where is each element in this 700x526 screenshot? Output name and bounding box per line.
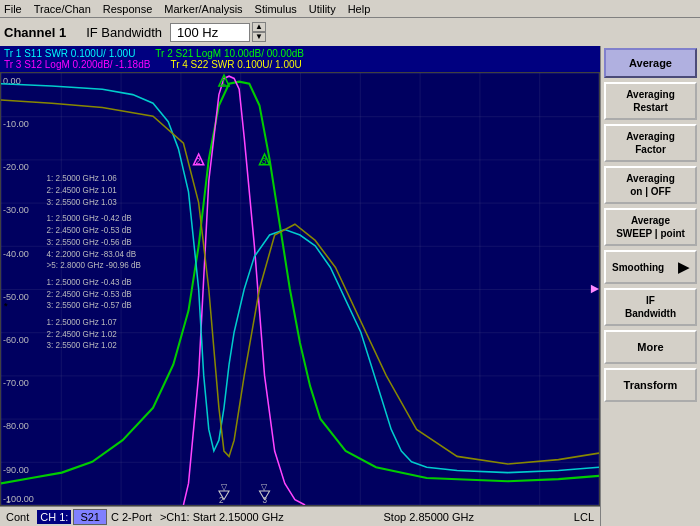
svg-text:>5:  2.8000 GHz  -90.96 dB: >5: 2.8000 GHz -90.96 dB — [47, 260, 142, 270]
channel-title: Channel 1 — [4, 25, 66, 40]
svg-text:-20.00: -20.00 — [3, 161, 29, 172]
averaging-factor-button[interactable]: AveragingFactor — [604, 124, 697, 162]
svg-text:-50.00: -50.00 — [3, 291, 29, 302]
main-layout: Channel 1 IF Bandwidth ▲ ▼ Tr 1 S11 SWR … — [0, 18, 700, 526]
status-stop: Stop 2.85000 GHz — [384, 511, 475, 523]
if-bw-arrows: ▲ ▼ — [252, 22, 266, 42]
status-bar: Cont CH 1: S21 C 2-Port >Ch1: Start 2.15… — [0, 506, 600, 526]
menu-stimulus[interactable]: Stimulus — [255, 3, 297, 15]
svg-text:2:   2.4500 GHz       1.02: 2: 2.4500 GHz 1.02 — [47, 328, 117, 338]
status-start: >Ch1: Start 2.15000 GHz — [160, 511, 284, 523]
status-lcl: LCL — [574, 511, 594, 523]
if-bw-down[interactable]: ▼ — [252, 32, 266, 42]
svg-text:2: 2 — [196, 154, 201, 165]
svg-text:-90.00: -90.00 — [3, 463, 29, 474]
trace4-text: Tr 4 S22 SWR 0.100U/ 1.00U — [170, 59, 301, 70]
menu-marker-analysis[interactable]: Marker/Analysis — [164, 3, 242, 15]
svg-text:2:   2.4500 GHz    -0.53 dB: 2: 2.4500 GHz -0.53 dB — [47, 288, 132, 298]
averaging-restart-button[interactable]: AveragingRestart — [604, 82, 697, 120]
averaging-on-off-button[interactable]: Averagingon | OFF — [604, 166, 697, 204]
svg-text:3:   2.5500 GHz    -0.56 dB: 3: 2.5500 GHz -0.56 dB — [47, 236, 132, 246]
svg-text:3:   2.5500 GHz    -0.57 dB: 3: 2.5500 GHz -0.57 dB — [47, 300, 132, 310]
trace3-text: Tr 3 S12 LogM 0.200dB/ -1.18dB — [4, 59, 150, 70]
average-button[interactable]: Average — [604, 48, 697, 78]
trace-line3: Tr 2 S21 LogM 10.00dB/ 00.00dB — [155, 48, 304, 59]
svg-text:3:   2.5500 GHz         1.03: 3: 2.5500 GHz 1.03 — [47, 197, 117, 207]
svg-text:1:   2.5000 GHz    -0.42 dB: 1: 2.5000 GHz -0.42 dB — [47, 213, 132, 223]
status-c-label: C 2-Port — [111, 511, 152, 523]
svg-text:3: 3 — [262, 495, 267, 505]
trace2-text: Tr 2 S21 LogM 10.00dB/ 00.00dB — [155, 48, 304, 59]
trace-line4: Tr 4 S22 SWR 0.100U/ 1.00U — [170, 59, 301, 70]
svg-text:▽: ▽ — [261, 482, 268, 492]
smoothing-button[interactable]: Smoothing ▶ — [604, 250, 697, 284]
more-button[interactable]: More — [604, 330, 697, 364]
if-bandwidth-label: IF Bandwidth — [86, 25, 162, 40]
svg-text:-60.00: -60.00 — [3, 334, 29, 345]
svg-text:1: 1 — [221, 76, 226, 87]
if-bw-star: * — [4, 301, 8, 313]
svg-text:4:   2.2000 GHz  -83.04 dB: 4: 2.2000 GHz -83.04 dB — [47, 248, 137, 258]
svg-text:1:   2.5000 GHz    -0.43 dB: 1: 2.5000 GHz -0.43 dB — [47, 276, 132, 286]
svg-text:-70.00: -70.00 — [3, 377, 29, 388]
svg-text:1: 1 — [6, 495, 11, 505]
menu-help[interactable]: Help — [348, 3, 371, 15]
trace-line1: Tr 1 S11 SWR 0.100U/ 1.00U — [4, 48, 135, 59]
chart-svg: 0.00 -10.00 -20.00 -30.00 -40.00 -50.00 … — [1, 73, 599, 505]
right-panel: Average AveragingRestart AveragingFactor… — [600, 46, 700, 526]
svg-text:-80.00: -80.00 — [3, 420, 29, 431]
svg-text:2:   2.4500 GHz         1.01: 2: 2.4500 GHz 1.01 — [47, 185, 117, 195]
svg-text:1:   2.5000 GHz         1.06: 1: 2.5000 GHz 1.06 — [47, 173, 117, 183]
svg-text:▽: ▽ — [221, 482, 228, 492]
status-cont: Cont — [6, 511, 29, 523]
svg-text:2:   2.4500 GHz    -0.53 dB: 2: 2.4500 GHz -0.53 dB — [47, 225, 132, 235]
status-ch-badge: CH 1: — [37, 510, 71, 524]
svg-text:1:   2.5000 GHz       1.07: 1: 2.5000 GHz 1.07 — [47, 316, 117, 326]
svg-text:3: 3 — [261, 154, 266, 165]
content-area: Tr 1 S11 SWR 0.100U/ 1.00U Tr 2 S21 LogM… — [0, 46, 700, 526]
trace-info: Tr 1 S11 SWR 0.100U/ 1.00U Tr 2 S21 LogM… — [0, 46, 600, 72]
if-bandwidth-button[interactable]: * IFBandwidth — [604, 288, 697, 326]
status-s21-badge: S21 — [73, 509, 107, 525]
menu-file[interactable]: File — [4, 3, 22, 15]
transform-button[interactable]: Transform — [604, 368, 697, 402]
svg-text:-30.00: -30.00 — [3, 204, 29, 215]
svg-text:-40.00: -40.00 — [3, 247, 29, 258]
svg-text:-10.00: -10.00 — [3, 118, 29, 129]
if-bw-up[interactable]: ▲ — [252, 22, 266, 32]
trace-line2: Tr 3 S12 LogM 0.200dB/ -1.18dB — [4, 59, 150, 70]
svg-text:2: 2 — [219, 495, 224, 505]
smoothing-arrow-icon: ▶ — [678, 259, 689, 275]
menu-trace-chan[interactable]: Trace/Chan — [34, 3, 91, 15]
menu-utility[interactable]: Utility — [309, 3, 336, 15]
average-sweep-point-button[interactable]: AverageSWEEP | point — [604, 208, 697, 246]
smoothing-label: Smoothing — [612, 262, 664, 273]
header-row: Channel 1 IF Bandwidth ▲ ▼ — [0, 18, 700, 46]
menubar: File Trace/Chan Response Marker/Analysis… — [0, 0, 700, 18]
menu-response[interactable]: Response — [103, 3, 153, 15]
chart-area[interactable]: 0.00 -10.00 -20.00 -30.00 -40.00 -50.00 … — [0, 72, 600, 506]
svg-text:3:   2.5500 GHz       1.02: 3: 2.5500 GHz 1.02 — [47, 340, 117, 350]
chart-container: Tr 1 S11 SWR 0.100U/ 1.00U Tr 2 S21 LogM… — [0, 46, 600, 526]
trace1-text: Tr 1 S11 SWR 0.100U/ 1.00U — [4, 48, 135, 59]
if-bandwidth-input[interactable] — [170, 23, 250, 42]
